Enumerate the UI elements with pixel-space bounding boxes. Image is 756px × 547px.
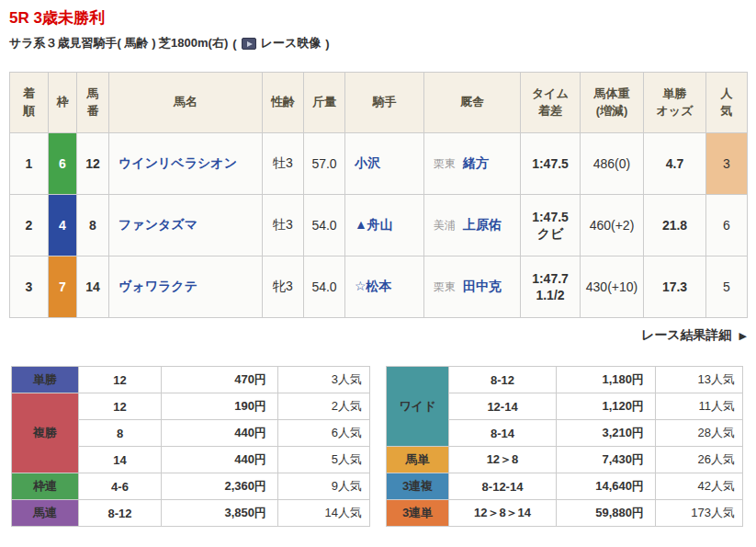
payout-popularity: 42人気 <box>656 473 743 500</box>
col-header-stable: 厩舎 <box>424 73 521 133</box>
payout-selection: 8-14 <box>449 420 557 447</box>
payout-row: 枠連 4-6 2,360円 9人気 <box>12 473 370 500</box>
race-video-link[interactable]: レース映像 <box>261 35 322 51</box>
payout-row: 複勝 12 190円 2人気 <box>12 393 370 420</box>
payout-row: ワイド 8-12 1,180円 13人気 <box>387 367 743 393</box>
payout-amount: 14,640円 <box>557 473 656 500</box>
result-row: 2 4 8 ファンタズマ 牡3 54.0 ▲舟山 美浦 上原佑 1:47.5 ク… <box>10 195 748 256</box>
trainer-link[interactable]: 田中克 <box>463 279 502 293</box>
payout-selection: 14 <box>79 447 162 473</box>
time-margin-cell: 1:47.5 クビ <box>521 195 581 256</box>
col-header-time-margin: タイム 着差 <box>521 73 581 133</box>
stable-cell: 栗東 田中克 <box>424 256 521 318</box>
payout-amount: 440円 <box>162 447 278 473</box>
payout-type-wide: ワイド <box>387 367 449 447</box>
race-result-page: 5R 3歳未勝利 サラ系３歳見習騎手( 馬齢 ) 芝1800m(右) ( レース… <box>0 0 756 547</box>
stable-region: 栗東 <box>434 157 456 170</box>
favorite-cell: 3 <box>706 133 748 195</box>
payout-amount: 470円 <box>162 367 278 393</box>
time-margin-cell: 1:47.7 1.1/2 <box>521 256 581 318</box>
race-details-link[interactable]: レース結果詳細 ▶ <box>641 327 747 344</box>
payout-amount: 440円 <box>162 420 278 447</box>
jockey-cell: ☆松本 <box>345 256 424 318</box>
frame-cell: 4 <box>49 195 77 256</box>
payout-selection: 12＞8＞14 <box>449 500 557 527</box>
trainer-link[interactable]: 上原佑 <box>463 217 502 232</box>
jockey-cell: 小沢 <box>345 133 424 195</box>
col-header-horse-number: 馬 番 <box>77 73 109 133</box>
trainer-link[interactable]: 緒方 <box>463 155 489 170</box>
margin-value: クビ <box>521 225 580 242</box>
win-odds-cell: 4.7 <box>644 133 706 195</box>
horse-name-link[interactable]: ウインリベラシオン <box>118 155 237 170</box>
jockey-link[interactable]: ☆松本 <box>355 279 392 293</box>
payout-selection: 4-6 <box>79 473 162 500</box>
horse-name-link[interactable]: ヴォワラクテ <box>118 279 197 293</box>
payout-selection: 12-14 <box>449 393 557 420</box>
payout-popularity: 9人気 <box>278 473 370 500</box>
payout-amount: 7,430円 <box>557 447 656 473</box>
payout-type-trio: 3連複 <box>387 473 449 500</box>
sex-age-cell: 牡3 <box>263 133 304 195</box>
jockey-link[interactable]: 小沢 <box>355 155 380 170</box>
race-results-table: 着 順 枠 馬 番 馬名 性齢 斤量 騎手 厩舎 タイム 着差 馬体重 (増減)… <box>9 72 748 318</box>
payout-table-left: 単勝 12 470円 3人気 複勝 12 190円 2人気 8 440円 6人気… <box>11 366 370 527</box>
col-header-weight: 斤量 <box>304 73 345 133</box>
payout-popularity: 173人気 <box>656 500 743 527</box>
win-odds-cell: 17.3 <box>644 256 706 318</box>
horse-number-cell: 14 <box>77 256 109 318</box>
horse-name-link[interactable]: ファンタズマ <box>118 217 197 232</box>
payout-popularity: 2人気 <box>278 393 370 420</box>
col-header-win-odds: 単勝 オッズ <box>644 73 706 133</box>
jockey-link[interactable]: ▲舟山 <box>355 217 393 232</box>
favorite-cell: 5 <box>706 256 748 318</box>
finish-cell: 3 <box>10 256 49 318</box>
col-header-horse-name: 馬名 <box>109 73 263 133</box>
col-header-sex-age: 性齢 <box>263 73 304 133</box>
payout-popularity: 3人気 <box>278 367 370 393</box>
time-value: 1:47.5 <box>521 155 580 172</box>
finish-cell: 2 <box>10 195 49 256</box>
arrow-right-icon: ▶ <box>739 330 747 342</box>
payout-selection: 12＞8 <box>449 447 557 473</box>
payout-popularity: 5人気 <box>278 447 370 473</box>
stable-region: 美浦 <box>434 219 456 232</box>
body-weight-cell: 460(+2) <box>581 195 644 256</box>
payout-popularity: 13人気 <box>656 367 743 393</box>
results-header-row: 着 順 枠 馬 番 馬名 性齢 斤量 騎手 厩舎 タイム 着差 馬体重 (増減)… <box>10 73 748 133</box>
payout-amount: 1,180円 <box>557 367 656 393</box>
paren-open: ( <box>232 37 236 51</box>
margin-value: 1.1/2 <box>521 287 580 303</box>
time-value: 1:47.7 <box>521 270 580 287</box>
payout-selection: 12 <box>79 367 162 393</box>
video-icon <box>242 38 256 50</box>
race-conditions: サラ系３歳見習騎手( 馬齢 ) 芝1800m(右) <box>9 35 228 51</box>
payout-type-exacta: 馬単 <box>387 447 449 473</box>
finish-cell: 1 <box>10 133 49 195</box>
col-header-finish: 着 順 <box>10 73 49 133</box>
frame-cell: 6 <box>49 133 77 195</box>
weight-cell: 54.0 <box>304 256 345 318</box>
horse-name-cell: ヴォワラクテ <box>109 256 263 318</box>
horse-number-cell: 12 <box>77 133 109 195</box>
payout-amount: 3,850円 <box>162 500 278 527</box>
payout-selection: 8-12-14 <box>449 473 557 500</box>
horse-name-cell: ウインリベラシオン <box>109 133 263 195</box>
payout-popularity: 28人気 <box>656 420 743 447</box>
col-header-body-weight: 馬体重 (増減) <box>581 73 644 133</box>
payout-popularity: 11人気 <box>656 393 743 420</box>
payout-selection: 8 <box>79 420 162 447</box>
paren-close: ) <box>325 37 329 51</box>
sex-age-cell: 牝3 <box>263 256 304 318</box>
result-row: 3 7 14 ヴォワラクテ 牝3 54.0 ☆松本 栗東 田中克 1:47.7 … <box>10 256 748 318</box>
win-odds-cell: 21.8 <box>644 195 706 256</box>
payout-popularity: 14人気 <box>278 500 370 527</box>
payout-type-bracket-quinella: 枠連 <box>12 473 79 500</box>
payout-selection: 8-12 <box>449 367 557 393</box>
payout-amount: 190円 <box>162 393 278 420</box>
body-weight-cell: 486(0) <box>581 133 644 195</box>
result-row: 1 6 12 ウインリベラシオン 牡3 57.0 小沢 栗東 緒方 1:47.5… <box>10 133 748 195</box>
payout-amount: 1,120円 <box>557 393 656 420</box>
race-title: 5R 3歳未勝利 <box>9 7 105 28</box>
payout-row: 3連単 12＞8＞14 59,880円 173人気 <box>387 500 743 527</box>
